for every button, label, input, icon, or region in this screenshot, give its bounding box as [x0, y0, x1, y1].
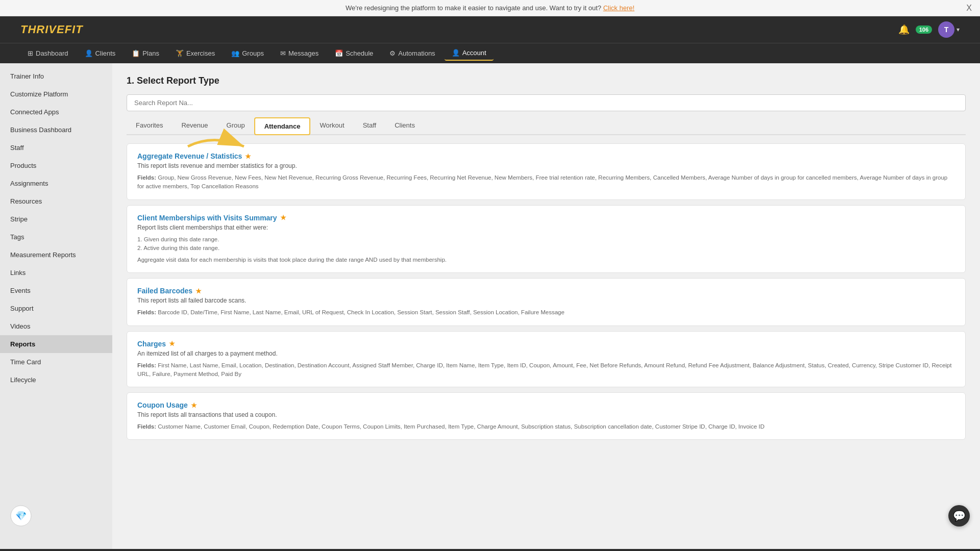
report-extra-line: 2. Active during this date range.	[137, 244, 955, 253]
tab-favorites[interactable]: Favorites	[127, 117, 172, 135]
announcement-bar: We're redesigning the platform to make i…	[0, 0, 980, 16]
tab-revenue[interactable]: Revenue	[172, 117, 217, 135]
page-title: 1. Select Report Type	[127, 76, 966, 86]
sidebar-item-trainer-info[interactable]: Trainer Info	[0, 67, 112, 85]
sidebar-item-time-card[interactable]: Time Card	[0, 353, 112, 371]
nav-icon: ✉	[280, 49, 286, 57]
fields-label: Fields:	[137, 423, 156, 430]
nav-icon: 📅	[335, 49, 343, 57]
report-card-subtitle: This report lists all failed barcode sca…	[137, 297, 955, 304]
tab-attendance[interactable]: Attendance	[254, 117, 311, 135]
report-aggregate-note: Aggregate visit data for each membership…	[137, 256, 955, 264]
nav-label: Plans	[142, 49, 159, 57]
nav-label: Clients	[95, 49, 116, 57]
report-card-title[interactable]: Aggregate Revenue / Statistics★	[137, 152, 955, 160]
sidebar-item-lifecycle[interactable]: Lifecycle	[0, 371, 112, 389]
nav-icon: 👤	[85, 49, 93, 57]
nav-icon: 📋	[132, 49, 140, 57]
secondary-nav-item-schedule[interactable]: 📅Schedule	[328, 46, 380, 60]
star-icon: ★	[195, 287, 202, 295]
top-nav-right: 🔔 106 T ▾	[898, 21, 960, 38]
sidebar-item-videos[interactable]: Videos	[0, 317, 112, 335]
report-card: Charges★An itemized list of all charges …	[127, 331, 966, 388]
report-card: Client Memberships with Visits Summary★R…	[127, 205, 966, 273]
report-card-subtitle: An itemized list of all charges to a pay…	[137, 350, 955, 357]
badge-count: 106	[916, 26, 932, 34]
sidebar-item-support[interactable]: Support	[0, 299, 112, 317]
report-card: Failed Barcodes★This report lists all fa…	[127, 278, 966, 325]
tab-staff[interactable]: Staff	[354, 117, 386, 135]
report-card-fields: Fields: Customer Name, Customer Email, C…	[137, 422, 955, 431]
tabs-bar: FavoritesRevenueGroupAttendanceWorkoutSt…	[127, 117, 966, 135]
report-card: Coupon Usage★This report lists all trans…	[127, 392, 966, 440]
avatar-button[interactable]: T ▾	[938, 21, 960, 38]
report-card-subtitle: This report lists revenue and member sta…	[137, 162, 955, 169]
sidebar-item-reports[interactable]: Reports	[0, 335, 112, 353]
sidebar: Trainer InfoCustomize PlatformConnected …	[0, 63, 112, 549]
report-card-title[interactable]: Failed Barcodes★	[137, 287, 955, 295]
nav-icon: 👤	[452, 49, 460, 57]
secondary-nav-item-exercises[interactable]: 🏋Exercises	[168, 46, 222, 60]
sidebar-item-measurement-reports[interactable]: Measurement Reports	[0, 246, 112, 264]
sidebar-item-tags[interactable]: Tags	[0, 228, 112, 246]
report-card-title[interactable]: Charges★	[137, 340, 955, 348]
nav-label: Account	[462, 49, 486, 57]
sidebar-item-products[interactable]: Products	[0, 157, 112, 174]
tab-clients[interactable]: Clients	[385, 117, 424, 135]
sidebar-item-links[interactable]: Links	[0, 264, 112, 282]
main-container: Trainer InfoCustomize PlatformConnected …	[0, 63, 980, 549]
nav-label: Schedule	[346, 49, 373, 57]
report-title-text: Client Memberships with Visits Summary	[137, 214, 277, 222]
nav-label: Automations	[398, 49, 435, 57]
sidebar-item-stripe[interactable]: Stripe	[0, 210, 112, 228]
sidebar-item-connected-apps[interactable]: Connected Apps	[0, 103, 112, 121]
nav-label: Exercises	[186, 49, 215, 57]
logo-text: THRIVEFIT	[20, 23, 83, 36]
secondary-nav: ⊞Dashboard👤Clients📋Plans🏋Exercises👥Group…	[0, 43, 980, 63]
secondary-nav-item-automations[interactable]: ⚙Automations	[382, 46, 442, 60]
avatar-circle: T	[938, 21, 954, 38]
report-title-text: Coupon Usage	[137, 401, 188, 409]
chat-bubble-button[interactable]: 💬	[948, 505, 970, 527]
star-icon: ★	[245, 153, 251, 160]
announcement-link[interactable]: Click here!	[603, 4, 634, 12]
fields-label: Fields:	[137, 174, 156, 181]
report-extra-line: 1. Given during this date range.	[137, 235, 955, 244]
secondary-nav-item-dashboard[interactable]: ⊞Dashboard	[20, 46, 76, 60]
reports-list: Aggregate Revenue / Statistics★This repo…	[127, 143, 966, 440]
sidebar-item-business-dashboard[interactable]: Business Dashboard	[0, 121, 112, 139]
secondary-nav-item-plans[interactable]: 📋Plans	[125, 46, 166, 60]
announcement-text: We're redesigning the platform to make i…	[346, 4, 601, 12]
report-card-title[interactable]: Client Memberships with Visits Summary★	[137, 214, 955, 222]
secondary-nav-item-account[interactable]: 👤Account	[445, 46, 494, 61]
nav-label: Dashboard	[36, 49, 68, 57]
sidebar-item-staff[interactable]: Staff	[0, 139, 112, 157]
report-title-text: Failed Barcodes	[137, 287, 192, 295]
search-input[interactable]	[127, 94, 966, 111]
report-title-text: Charges	[137, 340, 166, 348]
announcement-close-button[interactable]: X	[966, 4, 972, 13]
nav-label: Groups	[242, 49, 264, 57]
content-area: 1. Select Report Type FavoritesRevenueGr…	[112, 63, 980, 549]
alert-icon-button[interactable]: 🔔	[898, 24, 910, 35]
gems-icon[interactable]: 💎	[10, 505, 32, 527]
star-icon: ★	[191, 402, 197, 409]
secondary-nav-item-messages[interactable]: ✉Messages	[273, 46, 326, 60]
tab-workout[interactable]: Workout	[310, 117, 353, 135]
bottom-bar: © 2024 Help	[0, 549, 980, 551]
report-card-subtitle: This report lists all transactions that …	[137, 411, 955, 418]
sidebar-item-resources[interactable]: Resources	[0, 192, 112, 210]
nav-icon: ⊞	[28, 49, 33, 57]
fields-label: Fields:	[137, 362, 156, 368]
secondary-nav-item-clients[interactable]: 👤Clients	[78, 46, 123, 60]
sidebar-item-assignments[interactable]: Assignments	[0, 174, 112, 192]
report-card-title[interactable]: Coupon Usage★	[137, 401, 955, 409]
tab-group[interactable]: Group	[217, 117, 254, 135]
logo: THRIVEFIT	[20, 23, 83, 36]
sidebar-item-customize-platform[interactable]: Customize Platform	[0, 85, 112, 103]
star-icon: ★	[169, 340, 175, 347]
top-nav: THRIVEFIT 🔔 106 T ▾	[0, 16, 980, 43]
sidebar-item-events[interactable]: Events	[0, 282, 112, 299]
tabs-wrapper: FavoritesRevenueGroupAttendanceWorkoutSt…	[127, 117, 966, 135]
secondary-nav-item-groups[interactable]: 👥Groups	[224, 46, 271, 60]
